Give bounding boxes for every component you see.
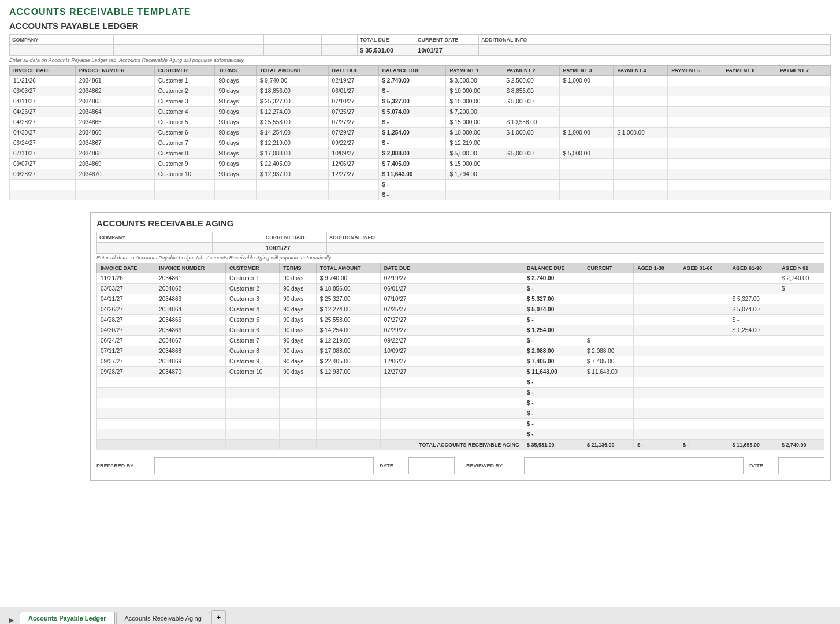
apl-info-text: Enter all data on Accounts Payable Ledge… (9, 57, 831, 63)
table-row: 09/28/272034870Customer 1090 days$ 12,93… (97, 367, 824, 377)
apl-section-title: ACCOUNTS PAYABLE LEDGER (9, 21, 831, 31)
ara-current-date: 10/01/27 (263, 243, 326, 254)
table-row: $ - (10, 180, 831, 190)
table-row: 04/26/272034864Customer 490 days$ 12,274… (97, 304, 824, 315)
additional-info-label: ADDITIONAL INFO (479, 35, 831, 45)
table-row: 04/11/272034863Customer 390 days$ 25,327… (97, 294, 824, 304)
table-row: $ - (97, 377, 824, 388)
date-input-2[interactable] (778, 457, 824, 474)
ara-section-title: ACCOUNTS RECEIVABLE AGING (96, 218, 824, 228)
table-row: $ - (10, 190, 831, 200)
ara-section: ACCOUNTS RECEIVABLE AGING COMPANY CURREN… (90, 212, 831, 481)
table-row: $ - (97, 398, 824, 408)
table-row: $ - (97, 419, 824, 429)
table-row: 09/07/272034869Customer 990 days$ 22,405… (10, 159, 831, 169)
tab-ara[interactable]: Accounts Receivable Aging (116, 612, 210, 624)
ara-company-label: COMPANY (97, 232, 213, 243)
company-label: COMPANY (10, 35, 114, 45)
prepared-by-label: PREPARED BY (96, 463, 148, 469)
signature-section: PREPARED BY DATE REVIEWED BY DATE (96, 457, 824, 474)
table-row: 03/03/272034862Customer 290 days$ 18,856… (10, 86, 831, 96)
table-row: 07/11/272034868Customer 890 days$ 17,088… (97, 346, 824, 356)
table-row: 04/28/272034865Customer 590 days$ 25,558… (97, 315, 824, 325)
date-label-1: DATE (380, 463, 403, 469)
table-row: $ - (97, 408, 824, 419)
ara-additional-info-label: ADDITIONAL INFO (326, 232, 824, 243)
apl-table: INVOICE DATEINVOICE NUMBERCUSTOMERTERMST… (9, 65, 831, 200)
prepared-by-input[interactable] (154, 457, 374, 474)
apl-current-date: 10/01/27 (415, 45, 479, 56)
reviewed-by-input[interactable] (524, 457, 744, 474)
table-row: 04/28/272034865Customer 590 days$ 25,558… (10, 117, 831, 128)
table-row: 04/11/272034863Customer 390 days$ 25,327… (10, 96, 831, 107)
table-row: 09/07/272034869Customer 990 days$ 22,405… (97, 356, 824, 367)
table-row: 06/24/272034867Customer 790 days$ 12,219… (10, 138, 831, 148)
ara-current-date-label: CURRENT DATE (263, 232, 326, 243)
main-title: ACCOUNTS RECEIVABLE TEMPLATE (9, 7, 831, 17)
ara-totals-row: TOTAL ACCOUNTS RECEIVABLE AGING$ 35,531.… (97, 440, 824, 450)
table-row: 04/30/272034866Customer 690 days$ 14,254… (97, 325, 824, 336)
table-row: 03/03/272034862Customer 290 days$ 18,856… (97, 284, 824, 294)
table-row: 11/21/262034861Customer 190 days$ 9,740.… (97, 273, 824, 284)
tab-apl[interactable]: Accounts Payable Ledger (20, 612, 115, 624)
table-row: 04/26/272034864Customer 490 days$ 12,274… (10, 107, 831, 117)
apl-total-due: $ 35,531.00 (358, 45, 415, 56)
table-row: 06/24/272034867Customer 790 days$ 12,219… (97, 336, 824, 346)
tab-bar: ▶ Accounts Payable Ledger Accounts Recei… (0, 607, 840, 624)
table-row: 04/30/272034866Customer 690 days$ 14,254… (10, 128, 831, 138)
table-row: 09/28/272034870Customer 1090 days$ 12,93… (10, 169, 831, 180)
total-due-label: TOTAL DUE (358, 35, 415, 45)
date-input-1[interactable] (408, 457, 455, 474)
reviewed-by-label: REVIEWED BY (466, 463, 518, 469)
ara-table: INVOICE DATEINVOICE NUMBERCUSTOMERTERMST… (96, 263, 824, 450)
table-row: $ - (97, 388, 824, 398)
current-date-label: CURRENT DATE (415, 35, 479, 45)
date-label-2: DATE (749, 463, 772, 469)
table-row: $ - (97, 429, 824, 440)
table-row: 11/21/262034861Customer 190 days$ 9,740.… (10, 76, 831, 86)
tab-arrow[interactable]: ▶ (9, 616, 18, 624)
table-row: 07/11/272034868Customer 890 days$ 17,088… (10, 148, 831, 159)
ara-info-text: Enter all data on Accounts Payable Ledge… (96, 255, 824, 261)
add-tab-button[interactable]: + (211, 610, 226, 624)
